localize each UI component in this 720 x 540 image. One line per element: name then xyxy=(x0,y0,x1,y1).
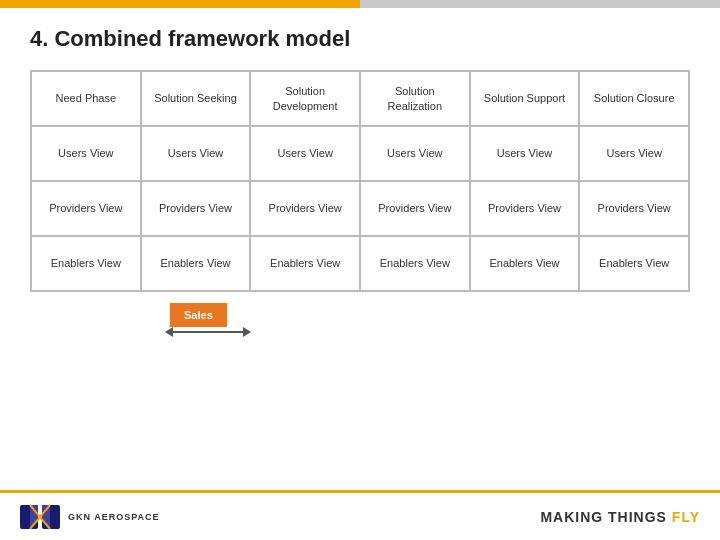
gkn-icon xyxy=(20,501,60,533)
providers-view-cell-4: Providers View xyxy=(470,181,580,236)
providers-view-cell-2: Providers View xyxy=(250,181,360,236)
providers-view-cell-1: Providers View xyxy=(141,181,251,236)
enablers-view-cell-3: Enablers View xyxy=(360,236,470,291)
users-view-cell-5: Users View xyxy=(579,126,689,181)
header-cell-3: Solution Realization xyxy=(360,71,470,126)
main-content: 4. Combined framework model Need Phase S… xyxy=(0,8,720,353)
sales-arrow xyxy=(170,326,250,338)
users-view-cell-1: Users View xyxy=(141,126,251,181)
providers-view-cell-3: Providers View xyxy=(360,181,470,236)
enablers-view-cell-1: Enablers View xyxy=(141,236,251,291)
footer-left: GKN AEROSPACE xyxy=(20,501,160,533)
footer: GKN AEROSPACE MAKING THINGS FLY xyxy=(0,490,720,540)
tagline-prefix: MAKING THINGS xyxy=(540,509,671,525)
users-view-label: Users View xyxy=(31,126,141,181)
gkn-logo: GKN AEROSPACE xyxy=(20,501,160,533)
users-view-cell-4: Users View xyxy=(470,126,580,181)
page-title: 4. Combined framework model xyxy=(30,26,690,52)
header-cell-1: Solution Seeking xyxy=(141,71,251,126)
users-view-cell-3: Users View xyxy=(360,126,470,181)
header-cell-0: Need Phase xyxy=(31,71,141,126)
company-name: GKN AEROSPACE xyxy=(68,512,160,522)
top-accent-bar xyxy=(0,0,720,8)
tagline: MAKING THINGS FLY xyxy=(540,509,700,525)
header-cell-5: Solution Closure xyxy=(579,71,689,126)
arrow-line xyxy=(170,331,246,333)
enablers-view-cell-4: Enablers View xyxy=(470,236,580,291)
sales-box: Sales xyxy=(170,303,227,327)
framework-grid: Need Phase Solution Seeking Solution Dev… xyxy=(30,70,690,292)
header-cell-4: Solution Support xyxy=(470,71,580,126)
providers-view-label: Providers View xyxy=(31,181,141,236)
enablers-view-cell-2: Enablers View xyxy=(250,236,360,291)
users-view-cell-2: Users View xyxy=(250,126,360,181)
tagline-highlight: FLY xyxy=(672,509,700,525)
providers-view-cell-5: Providers View xyxy=(579,181,689,236)
sales-area: Sales xyxy=(30,298,690,343)
enablers-view-label: Enablers View xyxy=(31,236,141,291)
enablers-view-cell-5: Enablers View xyxy=(579,236,689,291)
header-cell-2: Solution Development xyxy=(250,71,360,126)
